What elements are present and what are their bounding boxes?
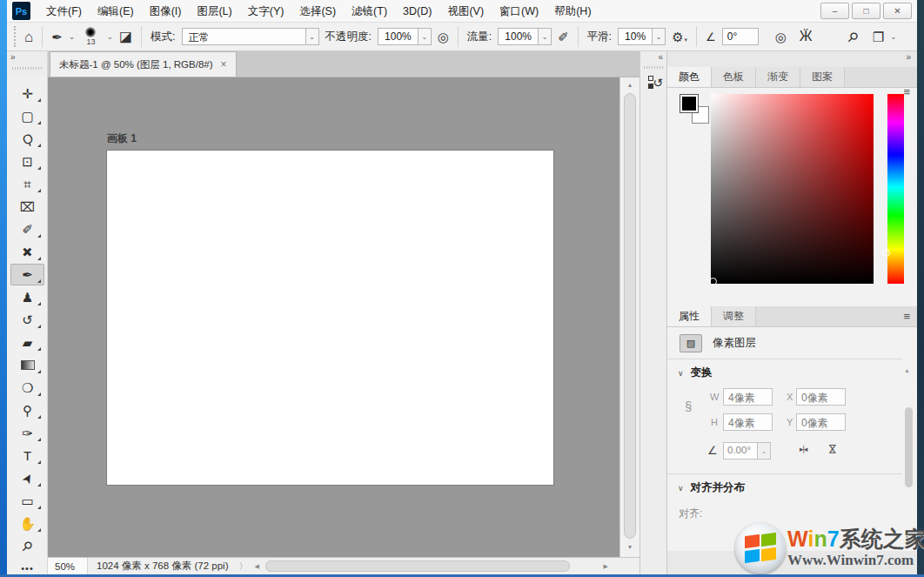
airbrush-icon[interactable]: ✐ — [558, 30, 569, 44]
lasso-tool[interactable]: Ϙ — [10, 128, 44, 150]
dodge-tool[interactable]: ⚲ — [10, 399, 44, 421]
properties-scrollbar[interactable]: ▲ ▼ — [902, 329, 915, 547]
section-collapse-icon[interactable]: ∨ — [678, 369, 684, 378]
menu-item[interactable]: 文字(Y) — [240, 0, 292, 23]
type-tool[interactable]: T — [10, 445, 44, 466]
panel-tab[interactable]: 色板 — [712, 67, 756, 87]
menu-item[interactable]: 选择(S) — [291, 0, 344, 23]
scroll-up-icon[interactable]: ▲ — [904, 367, 910, 373]
saturation-brightness-picker[interactable] — [711, 94, 874, 284]
properties-scrollbar-thumb[interactable] — [905, 407, 913, 487]
strip-collapse-icon[interactable]: « — [658, 52, 662, 62]
menu-item[interactable]: 图层(L) — [189, 0, 239, 23]
maximize-button[interactable]: □ — [852, 3, 880, 19]
brush-preset-picker[interactable]: 13 — [81, 27, 100, 46]
panel-tab[interactable]: 渐变 — [756, 67, 800, 87]
frame-tool[interactable]: ⌧ — [10, 196, 44, 218]
width-field[interactable]: 4像素 — [723, 388, 773, 406]
x-field[interactable]: 0像素 — [796, 388, 846, 406]
workspace-caret-icon[interactable]: ⌄ — [890, 33, 897, 41]
scroll-down-icon[interactable]: ▼ — [620, 544, 639, 550]
brush-tool[interactable]: ✒ — [10, 264, 44, 285]
panel-tab[interactable]: 调整 — [712, 306, 756, 326]
flow-select[interactable]: 100% ⌄ — [498, 28, 552, 45]
menu-item[interactable]: 图像(I) — [142, 0, 190, 23]
blend-mode-select[interactable]: 正常 ⌄ — [182, 28, 319, 45]
hand-tool[interactable]: ✋ — [10, 513, 44, 534]
zoom-tool[interactable]: ⚲ — [10, 535, 44, 557]
document-tab[interactable]: 未标题-1 @ 50% (图层 1, RGB/8#) × — [50, 51, 237, 77]
menu-item[interactable]: 编辑(E) — [90, 0, 142, 23]
artboard-canvas[interactable] — [107, 151, 553, 485]
transform-section-header[interactable]: ∨ 变换 — [678, 366, 713, 380]
hue-slider-marker[interactable] — [882, 249, 890, 257]
close-button[interactable]: ✕ — [883, 3, 912, 19]
panel-tab[interactable]: 图案 — [800, 67, 845, 87]
edit-toolbar-ellipsis-icon[interactable]: ••• — [10, 563, 44, 574]
rotate-angle-select[interactable]: 0.00° ⌄ — [723, 442, 771, 460]
menu-item[interactable]: 帮助(H) — [546, 0, 599, 23]
history-panel-button[interactable]: ↺ — [644, 73, 665, 94]
status-menu-chevron-icon[interactable]: 〉 — [239, 560, 248, 573]
toggle-brush-settings-icon[interactable]: ◪ — [119, 30, 132, 44]
blur-tool[interactable]: ❍ — [10, 377, 44, 399]
height-field[interactable]: 4像素 — [723, 413, 773, 431]
color-picker-marker[interactable] — [709, 278, 717, 285]
hue-slider[interactable] — [887, 94, 904, 284]
symmetry-icon[interactable]: Ӝ — [800, 30, 813, 44]
panel-tab[interactable]: 属性 — [667, 306, 712, 326]
brush-angle-field[interactable]: 0° — [722, 28, 759, 45]
link-dimensions-icon[interactable]: § — [685, 399, 692, 413]
move-tool[interactable]: ✛ — [10, 83, 44, 104]
workspace-switcher-icon[interactable]: ❐ — [873, 30, 884, 44]
clone-stamp-tool[interactable]: ♟ — [10, 286, 44, 308]
home-icon[interactable]: ⌂ — [24, 30, 33, 44]
flip-vertical-icon[interactable]: ⋈ — [827, 444, 839, 454]
zoom-level-field[interactable]: 50% — [48, 558, 88, 574]
options-bar-grip[interactable] — [14, 26, 17, 47]
scroll-right-icon[interactable]: ▶ — [604, 563, 608, 570]
toolbar-grip[interactable] — [12, 67, 42, 70]
scroll-up-icon[interactable]: ▲ — [620, 82, 639, 88]
eyedropper-tool[interactable]: ✐ — [10, 218, 44, 240]
spot-healing-brush-tool[interactable]: ✚ — [10, 241, 44, 263]
flip-horizontal-icon[interactable]: ▸|◂ — [800, 445, 807, 453]
menu-item[interactable]: 视图(V) — [439, 0, 492, 23]
tool-preset-brush-icon[interactable]: ✒ — [51, 30, 63, 44]
object-selection-tool[interactable]: ⊡ — [10, 151, 44, 172]
path-selection-tool[interactable]: ➤ — [10, 467, 44, 489]
gradient-tool[interactable] — [10, 354, 44, 376]
eraser-tool[interactable]: ▰ — [10, 332, 44, 353]
properties-panel-menu-icon[interactable]: ≡ — [903, 310, 910, 323]
photoshop-logo-icon[interactable]: Ps — [12, 2, 30, 20]
pressure-size-icon[interactable]: ◎ — [775, 30, 787, 44]
tool-preset-caret-icon[interactable]: ⌄ — [69, 33, 76, 41]
align-section-header[interactable]: ∨ 对齐并分布 — [678, 480, 745, 495]
dock-expand-icon[interactable]: » — [906, 52, 910, 62]
smoothing-select[interactable]: 10% ⌄ — [618, 28, 666, 45]
marquee-tool[interactable]: ▢ — [10, 105, 44, 127]
search-icon[interactable]: ⚲ — [845, 29, 860, 44]
artboard-label[interactable]: 画板 1 — [107, 131, 137, 146]
strip-grip[interactable] — [644, 66, 665, 69]
panel-tab[interactable]: 颜色 — [667, 67, 712, 87]
menu-item[interactable]: 滤镜(T) — [344, 0, 395, 23]
horizontal-scrollbar-thumb[interactable] — [265, 560, 570, 572]
opacity-select[interactable]: 100% ⌄ — [378, 28, 432, 45]
horizontal-scrollbar[interactable]: ◀ ▶ — [253, 558, 640, 574]
history-brush-tool[interactable]: ↺ — [10, 309, 44, 331]
minimize-button[interactable]: – — [820, 3, 849, 19]
tab-close-icon[interactable]: × — [221, 58, 227, 70]
menu-item[interactable]: 窗口(W) — [492, 0, 546, 23]
pen-tool[interactable]: ✑ — [10, 422, 44, 444]
menu-item[interactable]: 文件(F) — [38, 0, 90, 23]
scroll-left-icon[interactable]: ◀ — [255, 563, 259, 570]
y-field[interactable]: 0像素 — [796, 413, 846, 431]
vertical-scrollbar-thumb[interactable] — [624, 93, 636, 539]
color-panel-menu-icon[interactable]: ≡ — [903, 85, 910, 98]
brush-preset-caret-icon[interactable]: ⌄ — [106, 33, 113, 41]
vertical-scrollbar[interactable]: ▲ ▼ — [619, 77, 639, 557]
crop-tool[interactable]: ⌗ — [10, 173, 44, 195]
foreground-color-swatch[interactable] — [680, 94, 699, 113]
pressure-opacity-icon[interactable]: ◎ — [438, 30, 449, 44]
